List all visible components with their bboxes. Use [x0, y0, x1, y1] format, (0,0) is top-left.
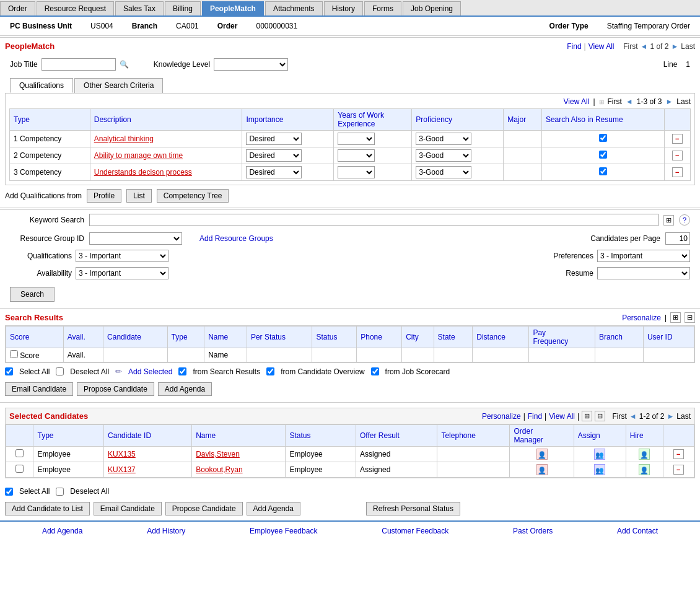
hire-icon-1[interactable]: 👤 [639, 449, 650, 460]
tab-history[interactable]: History [324, 1, 363, 15]
tab-resource-request[interactable]: Resource Request [37, 1, 114, 15]
resume-select[interactable] [597, 267, 690, 279]
expand-icon[interactable]: ⊞ [663, 215, 674, 226]
row2-search-resume-checkbox[interactable] [599, 151, 607, 159]
row3-years-select[interactable] [338, 166, 375, 178]
tab-qualifications[interactable]: Qualifications [10, 78, 73, 93]
past-orders-footer-link[interactable]: Past Orders [513, 527, 553, 535]
qual-view-all-link[interactable]: View All [564, 97, 590, 106]
refresh-personal-status-button[interactable]: Refresh Personal Status [366, 502, 460, 515]
personalize-link[interactable]: Personalize [622, 314, 661, 322]
tab-job-opening[interactable]: Job Opening [403, 1, 461, 15]
select-all-selected-checkbox[interactable] [5, 488, 13, 496]
add-resource-groups-link[interactable]: Add Resource Groups [199, 234, 273, 243]
from-search-results-checkbox[interactable] [178, 367, 186, 375]
select-all-selected-label[interactable]: Select All [19, 487, 50, 496]
profile-button[interactable]: Profile [87, 189, 121, 203]
sel-row2-delete-button[interactable]: − [673, 465, 683, 475]
add-agenda-footer-link[interactable]: Add Agenda [42, 527, 82, 535]
order-mgr-icon-1[interactable]: 👤 [536, 449, 548, 460]
next-arrow-icon[interactable]: ► [671, 42, 678, 51]
deselect-all-results-label[interactable]: Deselect All [70, 367, 109, 376]
add-history-footer-link[interactable]: Add History [147, 527, 185, 535]
help-icon[interactable]: ? [679, 214, 690, 226]
expand-results-icon[interactable]: ⊞ [670, 312, 681, 323]
add-candidate-to-list-button[interactable]: Add Candidate to List [5, 502, 90, 515]
keyword-search-input[interactable] [89, 214, 658, 226]
deselect-all-selected-label[interactable]: Deselect All [70, 487, 109, 496]
deselect-all-results-checkbox[interactable] [56, 367, 64, 375]
row1-search-resume-checkbox[interactable] [599, 134, 607, 142]
score-checkbox[interactable] [10, 350, 18, 358]
list-button[interactable]: List [126, 189, 152, 203]
tab-peoplematch[interactable]: PeopleMatch [202, 1, 264, 15]
sel-row2-checkbox[interactable] [15, 465, 24, 473]
qual-nav-first[interactable]: First [608, 97, 622, 106]
from-job-scorecard-label[interactable]: from Job Scorecard [385, 367, 450, 376]
from-candidate-overview-checkbox[interactable] [266, 367, 274, 375]
row3-delete-button[interactable]: − [672, 167, 682, 177]
competency-tree-button[interactable]: Competency Tree [157, 189, 229, 203]
grid-selected-icon[interactable]: ⊟ [595, 411, 605, 421]
prev-arrow-icon[interactable]: ◄ [641, 42, 648, 51]
expand-selected-icon[interactable]: ⊞ [582, 411, 592, 421]
row3-proficiency-select[interactable]: 3-Good [416, 166, 471, 178]
row1-delete-button[interactable]: − [672, 134, 682, 144]
nav-last[interactable]: Last [681, 42, 695, 51]
knowledge-level-select[interactable] [214, 58, 288, 71]
hire-icon-2[interactable]: 👤 [639, 464, 650, 475]
qual-nav-last[interactable]: Last [676, 97, 691, 106]
selected-nav-first[interactable]: First [613, 412, 627, 421]
qual-next-arrow[interactable]: ► [665, 97, 673, 106]
row3-search-resume-checkbox[interactable] [599, 167, 607, 175]
selected-personalize-link[interactable]: Personalize [482, 412, 521, 421]
tab-sales-tax[interactable]: Sales Tax [115, 1, 164, 15]
candidates-per-page-input[interactable] [665, 232, 690, 245]
email-candidate-button-top[interactable]: Email Candidate [5, 382, 73, 396]
from-candidate-overview-label[interactable]: from Candidate Overview [281, 367, 364, 376]
selected-prev-arrow[interactable]: ◄ [629, 412, 637, 421]
assign-icon-1[interactable]: 👥 [594, 449, 605, 460]
tab-order[interactable]: Order [0, 1, 35, 15]
row1-importance-select[interactable]: Desired Required Nice to Have [246, 133, 302, 145]
propose-candidate-button-bottom[interactable]: Propose Candidate [165, 502, 243, 515]
row1-proficiency-select[interactable]: 3-Good [416, 133, 471, 145]
customer-feedback-footer-link[interactable]: Customer Feedback [382, 527, 448, 535]
employee-feedback-footer-link[interactable]: Employee Feedback [250, 527, 317, 535]
selected-find-link[interactable]: Find [528, 412, 542, 421]
job-title-input[interactable] [42, 58, 116, 71]
add-agenda-button-bottom[interactable]: Add Agenda [247, 502, 300, 515]
tab-other-search-criteria[interactable]: Other Search Criteria [74, 78, 163, 93]
grid-icon[interactable]: ⊟ [685, 312, 695, 323]
row3-importance-select[interactable]: Desired Required [246, 166, 302, 178]
selected-nav-last[interactable]: Last [676, 412, 691, 421]
resource-group-select[interactable] [89, 232, 182, 245]
tab-attachments[interactable]: Attachments [265, 1, 323, 15]
qual-prev-arrow[interactable]: ◄ [626, 97, 633, 106]
qualifications-select[interactable]: 3 - Important 1 - Not Important 2 - Some… [76, 250, 168, 262]
row2-delete-button[interactable]: − [672, 151, 682, 160]
add-selected-link[interactable]: Add Selected [128, 367, 172, 376]
order-mgr-icon-2[interactable]: 👤 [536, 464, 548, 475]
sel-row1-delete-button[interactable]: − [673, 449, 683, 459]
find-link[interactable]: Find [567, 42, 581, 51]
sel-row1-checkbox[interactable] [15, 449, 24, 457]
add-agenda-button-top[interactable]: Add Agenda [158, 382, 212, 396]
row2-years-select[interactable] [338, 149, 375, 162]
preferences-select[interactable]: 3 - Important [597, 250, 690, 262]
deselect-all-selected-checkbox[interactable] [56, 488, 64, 496]
from-job-scorecard-checkbox[interactable] [371, 367, 379, 375]
tab-forms[interactable]: Forms [364, 1, 401, 15]
availability-select[interactable]: 3 - Important [76, 267, 168, 279]
row2-proficiency-select[interactable]: 3-Good [416, 149, 471, 162]
tab-billing[interactable]: Billing [165, 1, 201, 15]
select-all-results-label[interactable]: Select All [19, 367, 50, 376]
select-all-results-checkbox[interactable] [5, 367, 13, 375]
from-search-results-label[interactable]: from Search Results [193, 367, 260, 376]
row2-importance-select[interactable]: Desired Required [246, 149, 302, 162]
add-contact-footer-link[interactable]: Add Contact [617, 527, 658, 535]
nav-first[interactable]: First [623, 42, 637, 51]
search-button[interactable]: Search [10, 287, 55, 302]
selected-next-arrow[interactable]: ► [667, 412, 674, 421]
search-icon[interactable]: 🔍 [120, 60, 129, 69]
